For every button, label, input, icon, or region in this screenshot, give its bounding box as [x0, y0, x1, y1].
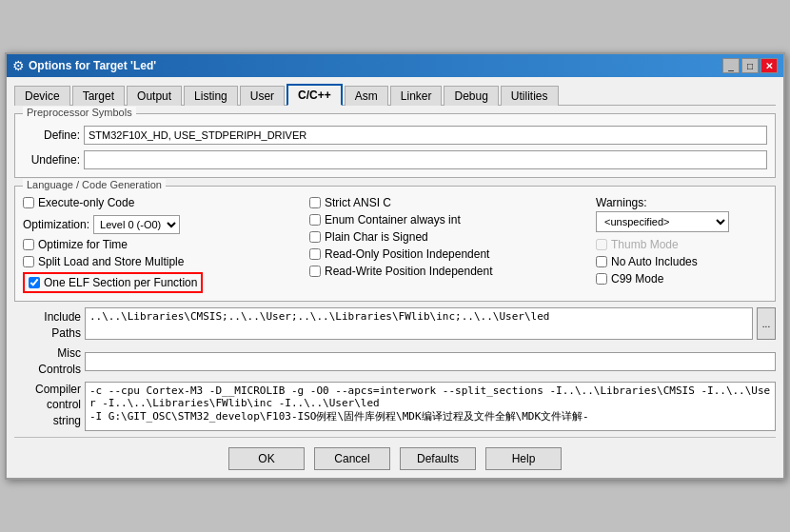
separator: [14, 437, 776, 438]
read-write-pos-label: Read-Write Position Independent: [325, 265, 493, 278]
define-input[interactable]: [84, 126, 767, 145]
split-load-checkbox[interactable]: [23, 256, 34, 267]
title-bar: ⚙ Options for Target 'Led' _ □ ✕: [7, 54, 783, 77]
tab-cpp[interactable]: C/C++: [286, 84, 343, 106]
include-paths-input[interactable]: [85, 307, 753, 340]
warnings-group: Warnings: <unspecified>: [596, 196, 767, 232]
c99-mode-checkbox[interactable]: [596, 273, 607, 285]
tab-bar: Device Target Output Listing User C/C++ …: [14, 83, 776, 106]
tab-utilities[interactable]: Utilities: [501, 86, 559, 106]
execute-only-label: Execute-only Code: [38, 196, 134, 209]
tab-output[interactable]: Output: [127, 86, 182, 106]
compiler-control-label: Compilercontrolstring: [14, 382, 81, 429]
include-paths-label: IncludePaths: [14, 307, 81, 342]
optimization-row: Optimization: Level 0 (-O0) Level 1 (-O1…: [23, 215, 300, 234]
optimize-time-row: Optimize for Time: [23, 238, 300, 251]
window-icon: ⚙: [12, 58, 25, 73]
optimization-label: Optimization:: [23, 218, 89, 231]
tab-target[interactable]: Target: [72, 86, 125, 106]
c99-mode-label: C99 Mode: [611, 272, 663, 286]
warnings-label: Warnings:: [596, 196, 767, 209]
tab-device[interactable]: Device: [14, 86, 70, 106]
tab-user[interactable]: User: [240, 86, 285, 106]
execute-only-row: Execute-only Code: [23, 196, 300, 209]
misc-controls-input[interactable]: [85, 352, 776, 371]
enum-container-row: Enum Container always int: [309, 213, 586, 227]
split-load-row: Split Load and Store Multiple: [23, 255, 300, 268]
language-label: Language / Code Generation: [23, 179, 166, 190]
plain-char-row: Plain Char is Signed: [309, 230, 586, 244]
optimize-time-label: Optimize for Time: [38, 238, 128, 251]
ok-button[interactable]: OK: [228, 447, 305, 470]
misc-controls-row: MiscControls: [14, 345, 776, 378]
minimize-button[interactable]: _: [722, 58, 740, 73]
one-elf-highlight: One ELF Section per Function: [23, 272, 203, 293]
split-load-label: Split Load and Store Multiple: [38, 255, 184, 268]
help-button[interactable]: Help: [485, 447, 562, 470]
read-only-pos-label: Read-Only Position Independent: [325, 247, 489, 261]
browse-button[interactable]: ...: [757, 307, 776, 340]
warnings-select[interactable]: <unspecified>: [596, 211, 729, 232]
tab-asm[interactable]: Asm: [345, 86, 388, 106]
tab-linker[interactable]: Linker: [390, 86, 443, 106]
undefine-input[interactable]: [84, 150, 767, 169]
enum-container-checkbox[interactable]: [309, 214, 321, 226]
thumb-mode-label: Thumb Mode: [611, 238, 679, 251]
plain-char-checkbox[interactable]: [309, 231, 321, 243]
read-only-pos-checkbox[interactable]: [309, 248, 321, 260]
read-write-pos-checkbox[interactable]: [309, 266, 321, 277]
thumb-mode-row: Thumb Mode: [596, 238, 767, 251]
execute-only-checkbox[interactable]: [23, 197, 34, 208]
strict-ansi-row: Strict ANSI C: [309, 196, 586, 209]
lang-col1: Execute-only Code Optimization: Level 0 …: [23, 196, 300, 293]
lang-col2: Strict ANSI C Enum Container always int …: [309, 196, 586, 293]
lang-col3: Warnings: <unspecified> Thumb Mode No Au…: [596, 196, 767, 293]
undefine-label: Undefine:: [23, 153, 80, 167]
cancel-button[interactable]: Cancel: [314, 447, 390, 470]
misc-controls-label: MiscControls: [14, 345, 81, 378]
main-window: ⚙ Options for Target 'Led' _ □ ✕ Device …: [5, 52, 785, 479]
strict-ansi-label: Strict ANSI C: [325, 196, 391, 209]
enum-container-label: Enum Container always int: [325, 213, 461, 227]
one-elf-row: One ELF Section per Function: [23, 272, 300, 293]
define-label: Define:: [23, 128, 80, 142]
compiler-control-row: Compilercontrolstring: [14, 382, 776, 431]
thumb-mode-checkbox: [596, 239, 607, 250]
define-row: Define:: [23, 126, 767, 145]
lang-columns: Execute-only Code Optimization: Level 0 …: [23, 196, 767, 293]
close-button[interactable]: ✕: [760, 58, 778, 73]
tab-debug[interactable]: Debug: [444, 86, 498, 106]
read-only-pos-row: Read-Only Position Independent: [309, 247, 586, 261]
maximize-button[interactable]: □: [741, 58, 759, 73]
language-section: Language / Code Generation Execute-only …: [14, 186, 776, 302]
no-auto-includes-row: No Auto Includes: [596, 255, 767, 268]
compiler-control-textarea[interactable]: [85, 382, 776, 431]
preprocessor-label: Preprocessor Symbols: [23, 107, 136, 118]
include-paths-row: IncludePaths ...: [14, 307, 776, 342]
window-body: Device Target Output Listing User C/C++ …: [7, 77, 783, 477]
strict-ansi-checkbox[interactable]: [309, 197, 321, 208]
bottom-buttons: OK Cancel Defaults Help: [14, 447, 776, 470]
plain-char-label: Plain Char is Signed: [325, 230, 428, 244]
one-elf-label: One ELF Section per Function: [44, 276, 197, 289]
c99-mode-row: C99 Mode: [596, 272, 767, 286]
read-write-pos-row: Read-Write Position Independent: [309, 265, 586, 278]
one-elf-checkbox[interactable]: [29, 277, 40, 288]
title-bar-left: ⚙ Options for Target 'Led': [12, 58, 156, 73]
no-auto-includes-label: No Auto Includes: [611, 255, 698, 268]
preprocessor-section: Preprocessor Symbols Define: Undefine:: [14, 113, 776, 178]
undefine-row: Undefine:: [23, 150, 767, 169]
tab-listing[interactable]: Listing: [184, 86, 238, 106]
no-auto-includes-checkbox[interactable]: [596, 256, 607, 267]
include-area: IncludePaths ... MiscControls Compilerco…: [14, 307, 776, 430]
optimize-time-checkbox[interactable]: [23, 239, 34, 250]
optimization-select[interactable]: Level 0 (-O0) Level 1 (-O1) Level 2 (-O2…: [93, 215, 180, 234]
title-buttons: _ □ ✕: [722, 58, 778, 73]
window-title: Options for Target 'Led': [29, 59, 156, 72]
defaults-button[interactable]: Defaults: [400, 447, 476, 470]
